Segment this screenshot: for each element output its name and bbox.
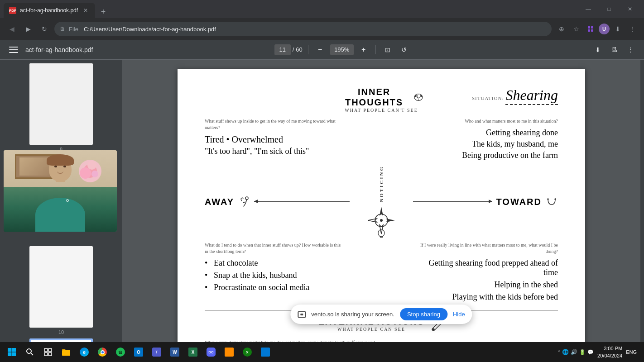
- paint-button[interactable]: [221, 344, 237, 360]
- lower-content-grid: What do I tend to do when that inner stu…: [205, 242, 558, 305]
- screen-share-notification: vento.so is sharing your screen. Stop sh…: [290, 305, 472, 324]
- svg-rect-0: [588, 26, 590, 29]
- battery-icon[interactable]: 🔋: [579, 349, 586, 355]
- zoom-out-button[interactable]: −: [314, 43, 327, 56]
- word-button[interactable]: W: [167, 344, 183, 360]
- noticing-section: NOTICING: [350, 166, 413, 238]
- right-lower-bullet-3: Playing with the kids before bed: [418, 292, 558, 302]
- task-view-button[interactable]: [40, 344, 56, 360]
- file-explorer-button[interactable]: [58, 344, 74, 360]
- hide-link[interactable]: Hide: [453, 311, 465, 318]
- chrome-button[interactable]: [94, 344, 111, 360]
- page-number-label-10: 10: [58, 329, 64, 335]
- more-options-icon[interactable]: ⋮: [626, 23, 639, 35]
- back-button[interactable]: ◀: [5, 23, 18, 35]
- left-answer-1: Tired • Overwhelmed: [205, 134, 344, 145]
- stop-sharing-button[interactable]: Stop sharing: [400, 308, 447, 320]
- network-icon[interactable]: 🌐: [562, 349, 569, 355]
- thumbnail-sidebar: 8: [0, 60, 122, 342]
- close-button[interactable]: ✕: [620, 0, 640, 18]
- left-lower-bullet-3: • Procrastinate on social media: [205, 283, 344, 292]
- minimize-button[interactable]: —: [578, 0, 599, 18]
- page-total: 60: [296, 46, 302, 53]
- forward-button[interactable]: ▶: [22, 23, 34, 35]
- left-lower-bullets: • Eat chocolate • Snap at the kids, husb…: [205, 258, 344, 292]
- rotate-button[interactable]: ↺: [398, 43, 410, 56]
- page-thumbnail-8[interactable]: [29, 63, 93, 145]
- download-nav-icon[interactable]: ⬇: [611, 23, 624, 35]
- zoom-input[interactable]: [330, 44, 354, 55]
- language-indicator[interactable]: ENG: [626, 349, 637, 355]
- right-bullets-list: Getting shearing done The kids, my husba…: [418, 128, 558, 160]
- noticing-label: NOTICING: [379, 166, 384, 202]
- right-lower-section: If I were really living in line with wha…: [418, 242, 558, 305]
- zoom-icon[interactable]: ⊕: [555, 23, 568, 35]
- volume-icon[interactable]: 🔊: [571, 349, 577, 355]
- maximize-button[interactable]: □: [599, 0, 620, 18]
- file-icon: 🗎: [60, 26, 65, 32]
- external-actions-sub: WHAT PEOPLE CAN SEE: [318, 327, 424, 332]
- discord-button[interactable]: DC: [203, 344, 219, 360]
- svg-point-26: [27, 349, 31, 353]
- photos-button[interactable]: [257, 344, 274, 360]
- hamburger-line: [9, 47, 18, 48]
- file-explorer-icon: [62, 348, 71, 356]
- away-icon: [238, 195, 250, 208]
- tab-close-button[interactable]: ✕: [82, 6, 90, 14]
- right-bullet-2: The kids, my husband, me: [418, 139, 558, 149]
- print-button[interactable]: 🖶: [608, 43, 620, 56]
- notification-icon[interactable]: 💬: [587, 349, 594, 355]
- address-bar[interactable]: 🗎 File C:/Users/User/Downloads/act-for-a…: [54, 22, 552, 36]
- svg-point-13: [380, 219, 383, 222]
- outlook-button[interactable]: O: [130, 344, 147, 360]
- system-tray: ^ 🌐 🔊 🔋 💬 3:00 PM 20/04/2024 ENG: [554, 345, 640, 360]
- active-tab[interactable]: PDF act-for-ag-handbook.pdf ✕: [4, 3, 95, 18]
- paint-icon: [225, 348, 234, 357]
- center-upper: [350, 118, 413, 162]
- profile-icon[interactable]: U: [599, 24, 610, 34]
- pdf-viewer[interactable]: INNER THOUGHTS WHAT PEOPLE CAN'T SEE: [122, 60, 640, 342]
- xbox-button[interactable]: X: [239, 344, 255, 360]
- zoom-in-button[interactable]: +: [357, 43, 370, 56]
- teams-button[interactable]: T: [149, 344, 165, 360]
- thumbnail-content-11: [30, 339, 92, 342]
- tab-bar: PDF act-for-ag-handbook.pdf ✕ + — □ ✕: [0, 0, 644, 18]
- teams-icon: T: [152, 348, 161, 357]
- pdf-toolbar-left: act-for-ag-handbook.pdf: [7, 43, 93, 56]
- tab-list: PDF act-for-ag-handbook.pdf ✕ +: [4, 3, 578, 18]
- page-thumbnail-11[interactable]: [29, 338, 93, 342]
- right-upper-section: Who and what matters most to me in this …: [418, 118, 558, 162]
- start-button[interactable]: [4, 344, 20, 360]
- toward-label: TOWARD: [496, 197, 542, 207]
- right-scrollbar[interactable]: [640, 60, 644, 342]
- sidebar-toggle-button[interactable]: [7, 43, 20, 56]
- clock-display[interactable]: 3:00 PM 20/04/2024: [597, 345, 622, 360]
- thumbnail-content-8: [29, 63, 93, 145]
- download-pdf-button[interactable]: ⬇: [591, 43, 604, 56]
- new-tab-button[interactable]: +: [97, 5, 110, 18]
- extension-icon[interactable]: [584, 23, 597, 35]
- svg-line-27: [31, 353, 33, 355]
- reload-button[interactable]: ↻: [38, 23, 51, 35]
- more-pdf-options-button[interactable]: ⋮: [624, 43, 637, 56]
- discord-icon: DC: [207, 348, 216, 357]
- spotify-button[interactable]: [112, 344, 129, 360]
- svg-rect-31: [48, 352, 52, 356]
- search-button[interactable]: [22, 344, 38, 360]
- center-lower: [350, 242, 413, 305]
- page-number-input[interactable]: [274, 44, 291, 55]
- page-thumbnail-10[interactable]: [29, 246, 93, 328]
- svg-rect-3: [591, 29, 593, 32]
- toward-icon: [545, 195, 558, 208]
- hamburger-line: [9, 49, 18, 50]
- up-arrow-icon[interactable]: ^: [558, 349, 560, 355]
- arrow-section: AWAY: [205, 166, 558, 238]
- spotify-icon: [116, 348, 125, 357]
- fit-page-button[interactable]: ⊡: [381, 43, 394, 56]
- excel-button[interactable]: X: [185, 344, 201, 360]
- tray-icons: ^ 🌐 🔊 🔋 💬: [558, 349, 594, 355]
- situation-section: SITUATION: Shearing: [424, 87, 558, 104]
- edge-button[interactable]: e: [76, 344, 92, 360]
- file-label: File: [69, 26, 78, 33]
- bookmark-icon[interactable]: ☆: [570, 23, 582, 35]
